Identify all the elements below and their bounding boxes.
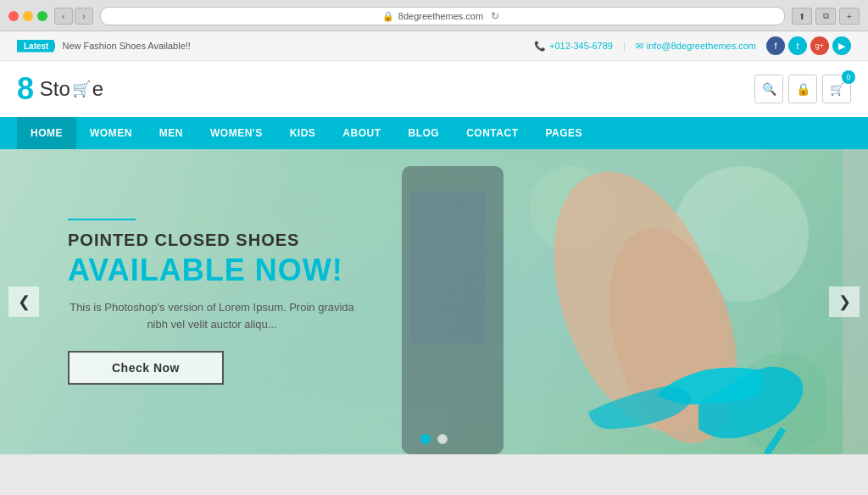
twitter-icon[interactable]: t [788,36,807,55]
top-bar-right: 📞 +012-345-6789 | ✉ info@8degreethemes.c… [534,36,851,55]
forward-button[interactable]: › [75,8,93,25]
nav-women[interactable]: WOMEN [76,117,146,149]
nav-men[interactable]: MEN [146,117,197,149]
browser-dots [8,11,47,21]
login-button[interactable]: 🔒 [788,75,817,103]
share-button[interactable]: ⬆ [792,8,812,25]
latest-badge: Latest [17,40,55,53]
social-icons: f t g+ ▶ [766,36,851,55]
address-bar[interactable]: 🔒 8degreethemes.com ↻ [100,7,785,25]
logo-eight: 8 [17,74,34,104]
main-nav: HOME WOMEN MEN WOMEN'S KIDS ABOUT BLOG C… [0,117,868,149]
nav-home[interactable]: HOME [17,117,76,149]
new-tab-button[interactable]: + [839,8,860,25]
youtube-icon[interactable]: ▶ [832,36,851,55]
close-dot[interactable] [8,11,19,21]
maximize-dot[interactable] [37,11,47,21]
minimize-dot[interactable] [23,11,33,21]
slider-prev-button[interactable]: ❮ [8,286,39,317]
top-bar-left: Latest New Fashion Shoes Available!! [17,40,191,53]
cart-count-badge: 0 [842,70,855,84]
url-text: 8degreethemes.com [398,11,483,21]
separator: | [623,41,626,51]
top-bar: Latest New Fashion Shoes Available!! 📞 +… [0,31,868,61]
nav-pages[interactable]: PAGES [531,117,596,149]
site-logo[interactable]: 8 Sto🛒e [17,74,103,104]
refresh-button[interactable]: ↻ [487,8,503,24]
hero-main-title: AVAILABLE NOW! [68,253,356,287]
cart-button[interactable]: 🛒 0 [822,75,851,103]
phone-icon: 📞 [534,41,546,52]
search-button[interactable]: 🔍 [754,75,783,103]
hero-content: POINTED CLOSED SHOES AVAILABLE NOW! This… [68,219,356,385]
latest-news-text: New Fashion Shoes Available!! [62,41,190,51]
slider-next-button[interactable]: ❯ [829,286,860,317]
check-now-button[interactable]: Check Now [68,351,224,385]
google-plus-icon[interactable]: g+ [810,36,829,55]
phone-contact: 📞 +012-345-6789 [534,41,613,52]
email-contact: ✉ info@8degreethemes.com [636,41,756,52]
header-icons: 🔍 🔒 🛒 0 [754,75,851,103]
slider-dot-1[interactable] [420,434,431,444]
nav-contact[interactable]: CONTACT [453,117,531,149]
slider-dots [420,434,448,444]
browser-chrome: ‹ › 🔒 8degreethemes.com ↻ ⬆ ⧉ + [0,0,868,31]
svg-rect-5 [410,192,487,344]
lock-icon: 🔒 [382,11,394,22]
nav-about[interactable]: ABOUT [329,117,394,149]
browser-actions: ⬆ ⧉ + [792,8,860,25]
nav-blog[interactable]: BLOG [395,117,453,149]
back-button[interactable]: ‹ [54,8,73,25]
duplicate-button[interactable]: ⧉ [815,8,836,25]
browser-nav-buttons: ‹ › [54,8,93,25]
hero-slider: ❮ POINTED CLOSED SHOES AVAILABLE NOW! Th… [0,149,868,454]
site-header: 8 Sto🛒e 🔍 🔒 🛒 0 [0,61,868,117]
hero-description: This is Photoshop's version of Lorem Ips… [68,299,356,335]
email-address: info@8degreethemes.com [647,41,756,51]
cart-in-logo: 🛒 [72,80,91,98]
slider-dot-2[interactable] [437,434,448,444]
facebook-icon[interactable]: f [766,36,785,55]
website: Latest New Fashion Shoes Available!! 📞 +… [0,31,868,454]
logo-store: Sto🛒e [34,77,103,101]
nav-kids[interactable]: KIDS [276,117,330,149]
phone-number: +012-345-6789 [549,41,613,51]
hero-eyebrow-title: POINTED CLOSED SHOES [68,231,356,250]
email-icon: ✉ [636,41,643,52]
nav-womens[interactable]: WOMEN'S [197,117,276,149]
hero-line-decoration [68,219,136,220]
